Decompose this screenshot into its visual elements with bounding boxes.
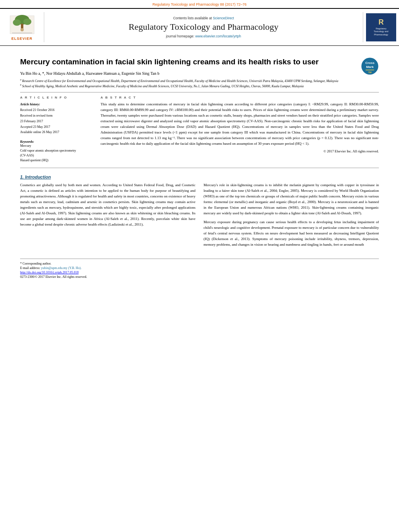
affil-sup-a: a: [20, 78, 21, 81]
crossmark-badge[interactable]: Cross Mark TM: [361, 57, 379, 75]
available-line: Available online 26 May 2017: [20, 129, 93, 135]
abstract-heading: A B S T R A C T: [101, 96, 379, 99]
intro-p3: Mercury exposure during pregnancy can ca…: [204, 220, 379, 248]
authors-text: Yu Bin Ho a, *, Nor Hidayu Abdullah a, H…: [20, 71, 159, 76]
article-title-block: Mercury contamination in facial skin lig…: [20, 57, 379, 67]
received-line: Received 21 October 2016: [20, 107, 93, 113]
svg-point-3: [23, 18, 31, 25]
abstract-text: This study aims to determine concentrati…: [101, 102, 379, 147]
received-revised-date: 23 February 2017: [20, 119, 43, 123]
issn-line: 0273-2300/© 2017 Elsevier Inc. All right…: [20, 275, 379, 279]
accepted-text: Accepted 23 May 2017: [20, 125, 50, 129]
received-revised-line: Received in revised form 23 February 201…: [20, 113, 93, 124]
svg-point-5: [21, 28, 24, 31]
article-info-content: Article history: Received 21 October 201…: [20, 102, 93, 135]
introduction-section: 1. Introduction Cosmetics are globally u…: [20, 175, 379, 251]
homepage-link[interactable]: www.elsevier.com/locate/yrtph: [195, 34, 241, 38]
svg-point-2: [13, 19, 21, 26]
history-label: Article history:: [20, 102, 93, 107]
affiliations: a Research Centre of Excellence for Envi…: [20, 78, 379, 88]
history-label-text: Article history:: [20, 103, 40, 106]
article-info-heading: A R T I C L E I N F O: [20, 96, 93, 99]
elsevier-logo-left: ELSEVIER: [0, 12, 44, 42]
rtp-logo-box: R RegulatoryToxicology andPharmacology: [366, 13, 396, 41]
doi-line: http://dx.doi.org/10.1016/j.yrtph.2017.0…: [20, 271, 379, 274]
journal-reference: Regulatory Toxicology and Pharmacology 8…: [0, 0, 399, 8]
logo-subtitle: RegulatoryToxicology andPharmacology: [374, 27, 388, 36]
affil-b: b School of Healthy Aging, Medical Aesth…: [20, 83, 379, 88]
affil-a-text: Research Centre of Excellence for Enviro…: [22, 79, 338, 82]
keywords-label: Keywords:: [20, 140, 34, 144]
section-1-heading: 1. Introduction: [20, 175, 379, 179]
received-text: Received 21 October 2016: [20, 108, 55, 112]
journal-header: ELSEVIER Contents lists available at Sci…: [0, 8, 399, 46]
journal-ref-text: Regulatory Toxicology and Pharmacology 8…: [152, 2, 247, 6]
abstract-column: A B S T R A C T This study aims to deter…: [101, 96, 379, 163]
keywords-section: Keywords: Mercury Cold vapor atomic abso…: [20, 139, 93, 163]
article-info-abstract: A R T I C L E I N F O Article history: R…: [20, 96, 379, 163]
footer-section: * Corresponding author. E-mail address: …: [20, 259, 379, 279]
corresponding-author-note: * Corresponding author.: [20, 261, 379, 266]
svg-text:Cross: Cross: [365, 61, 374, 65]
keyword-cvaas-full: Cold vapor atomic absorption spectrometr…: [20, 148, 93, 153]
elsevier-wordmark: ELSEVIER: [11, 37, 33, 41]
copyright-line: © 2017 Elsevier Inc. All rights reserved…: [101, 149, 379, 153]
article-info-column: A R T I C L E I N F O Article history: R…: [20, 96, 93, 163]
intro-p1: Cosmetics are globally used by both men …: [20, 183, 195, 228]
main-content: Mercury contamination in facial skin lig…: [0, 46, 399, 279]
journal-logo-right: R RegulatoryToxicology andPharmacology: [363, 12, 399, 42]
article-title-text: Mercury contamination in facial skin lig…: [20, 58, 319, 66]
corresponding-author-label: * Corresponding author.: [20, 262, 51, 265]
contents-available-line: Contents lists available at ScienceDirec…: [173, 16, 234, 20]
keyword-cvaas-abbr: (CV-AAS): [20, 153, 93, 158]
logo-r-letter: R: [378, 18, 384, 27]
received-revised-label: Received in revised form: [20, 114, 53, 117]
authors-line: Yu Bin Ho a, *, Nor Hidayu Abdullah a, H…: [20, 71, 379, 76]
doi-link[interactable]: http://dx.doi.org/10.1016/j.yrtph.2017.0…: [20, 271, 78, 274]
intro-body-columns: Cosmetics are globally used by both men …: [20, 183, 379, 251]
crossmark-icon: Cross Mark TM: [361, 57, 379, 75]
email-link[interactable]: yubin@upm.edu.my (Y.B. Ho).: [41, 266, 82, 270]
available-text: Available online 26 May 2017: [20, 130, 59, 134]
keywords-heading: Keywords:: [20, 139, 93, 144]
contents-text: Contents lists available at: [173, 16, 212, 20]
header-center: Contents lists available at ScienceDirec…: [44, 12, 363, 42]
divider-1: [20, 92, 379, 92]
affil-b-text: School of Healthy Aging, Medical Aesthet…: [22, 84, 304, 88]
sciencedirect-link[interactable]: ScienceDirect: [213, 16, 234, 20]
journal-title: Regulatory Toxicology and Pharmacology: [129, 22, 279, 32]
svg-rect-4: [21, 24, 23, 29]
intro-col-left: Cosmetics are globally used by both men …: [20, 183, 195, 251]
svg-text:Mark: Mark: [366, 65, 374, 69]
elsevier-tree-icon: [8, 14, 36, 36]
intro-p2: Mercury's role in skin-lightening creams…: [204, 183, 379, 216]
affil-a: a Research Centre of Excellence for Envi…: [20, 78, 379, 83]
homepage-text: journal homepage:: [166, 34, 194, 38]
intro-col-right: Mercury's role in skin-lightening creams…: [204, 183, 379, 251]
accepted-line: Accepted 23 May 2017: [20, 124, 93, 130]
affil-sup-b: b: [20, 84, 21, 86]
keyword-mercury: Mercury: [20, 144, 93, 148]
divider-2: [20, 168, 379, 168]
keyword-hq: Hazard quotient (HQ): [20, 158, 93, 163]
email-line: E-mail address: yubin@upm.edu.my (Y.B. H…: [20, 266, 379, 270]
email-label: E-mail address:: [20, 266, 40, 270]
svg-text:TM: TM: [368, 71, 372, 74]
homepage-line: journal homepage: www.elsevier.com/locat…: [166, 34, 241, 38]
